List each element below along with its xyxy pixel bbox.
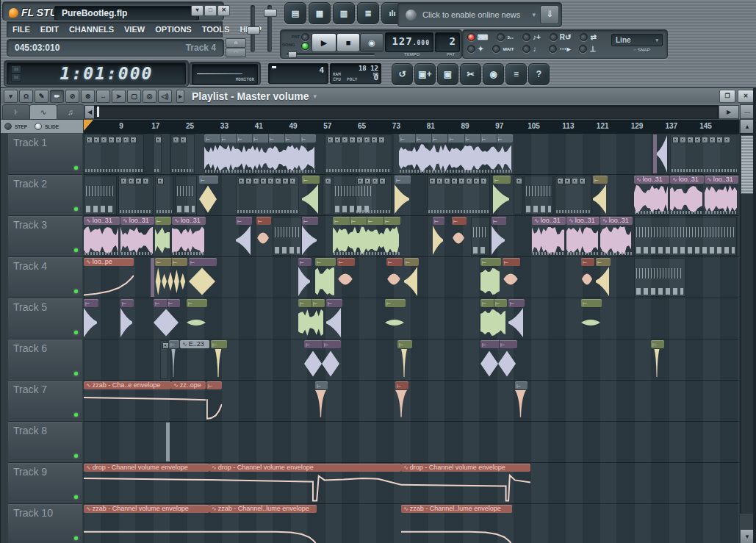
track-led[interactable] [74, 331, 78, 334]
time-mode-bottom[interactable]: 88 [11, 73, 21, 82]
clip-pattern[interactable] [555, 176, 591, 215]
audio-clip-header[interactable]: ⊢ [155, 217, 171, 225]
audio-clip-header[interactable]: ⊢ [581, 258, 594, 266]
track-lane-1[interactable]: ⊢⊢⊢⊢⊢⊢⊢⊢⊢⊢⊢⊢⊢⊢ [84, 134, 739, 175]
audio-clip-header[interactable]: ⊢ [337, 258, 355, 266]
track-header-3[interactable]: Track 3 [8, 216, 82, 257]
save-button[interactable]: ▣ [437, 63, 458, 85]
foot-pedal-toggle[interactable]: ♩ [522, 45, 540, 53]
clip-automation[interactable]: ∿zzab - Cha..e envelope [84, 381, 171, 420]
track-led[interactable] [74, 536, 78, 540]
audio-clip-header[interactable]: ⊢ [480, 258, 501, 266]
audio-clip-header[interactable]: ∿loo..31 [600, 217, 633, 225]
clip-audio[interactable]: ⊢ [581, 258, 594, 297]
audio-clip-header[interactable]: ⊢⊢⊢⊢⊢⊢⊢ [399, 134, 513, 143]
audio-clip-header[interactable]: ⊢ [315, 381, 328, 389]
automation-curve[interactable] [401, 514, 512, 543]
automation-clip-header[interactable]: ∿drop - Channel volume envelope [209, 464, 401, 472]
audio-clip-header[interactable]: ⊢ [199, 176, 218, 184]
clip-audio[interactable]: ⊢⊢ [480, 299, 507, 338]
news-download-button[interactable]: ⇓ [540, 5, 559, 24]
clip-audio[interactable]: ⊢ [315, 381, 328, 420]
automation-clip-header[interactable]: ∿drop - Channel volume envelope [401, 464, 530, 472]
track-header-5[interactable]: Track 5 [8, 298, 82, 339]
clip-audio[interactable]: ∿loo..31 [566, 217, 600, 256]
clip-sliver[interactable] [151, 258, 154, 297]
browser-view-button[interactable]: ≣ [357, 2, 379, 24]
clip-audio[interactable]: ∿loo..31 [120, 217, 154, 256]
clip-audio[interactable]: ∿loo..31 [670, 176, 704, 215]
clip-pattern[interactable] [514, 176, 522, 215]
clip-audio[interactable]: ∿loo..31 [172, 217, 206, 256]
audio-clip-header[interactable]: ⊢ [298, 258, 312, 266]
step-radio[interactable] [4, 123, 12, 130]
audio-clip-header[interactable]: ⊢ [236, 217, 252, 225]
clip-audio[interactable]: ⊢ [433, 217, 444, 256]
clip-audio[interactable]: ⊢ [386, 258, 403, 297]
clip-audio[interactable]: ⊢ [581, 299, 602, 338]
clip-midi[interactable] [175, 176, 197, 215]
audio-clip-header[interactable]: ⊢ [492, 217, 506, 225]
loop-recording-toggle[interactable]: R↺ [550, 33, 572, 41]
automation-clip-header[interactable]: ∿zzab - Channel..lume envelope [401, 505, 512, 513]
shade-button[interactable]: ▾ [191, 5, 204, 16]
clip-audio[interactable]: ⊢ [298, 258, 312, 297]
tab-automation[interactable]: ∿ [29, 104, 57, 120]
zoom-tool[interactable]: ◎ [143, 90, 156, 103]
hscroll-left-button[interactable]: ◀ [84, 105, 95, 119]
slice-tool[interactable]: ➤ [112, 90, 126, 103]
audio-clip-header[interactable]: ⊢ [302, 176, 320, 184]
track-header-2[interactable]: Track 2 [8, 175, 82, 216]
clip-audio[interactable]: ⊢ [169, 340, 179, 379]
stop-button[interactable]: ■ [336, 33, 360, 52]
delete-tool[interactable]: ⊘ [65, 90, 79, 103]
audio-clip-header[interactable]: ⊢ [189, 258, 217, 266]
clip-midi[interactable] [634, 258, 685, 297]
audio-clip-header[interactable]: ⊢⊢ [298, 299, 325, 307]
clip-audio[interactable]: ⊢ [596, 258, 611, 297]
audio-clip-header[interactable]: ∿loo..31 [120, 217, 154, 225]
audio-clip-header[interactable]: ⊢ [326, 299, 342, 307]
auto-scroll-toggle[interactable]: ⋯▸ [549, 45, 570, 53]
track-led[interactable] [74, 454, 78, 458]
audio-clip-header[interactable]: ⊢ [593, 176, 608, 184]
track-header-6[interactable]: Track 6 [8, 339, 82, 381]
clip-audio[interactable]: ⊢⊢⊢⊢ [333, 217, 400, 256]
clip-automation[interactable]: ∿drop - Channel volume envelope [209, 464, 401, 503]
clip-automation[interactable]: ∿drop - Channel volume envelope [84, 464, 209, 503]
track-lane-10[interactable]: ∿zzab - Channel volume envelope∿zzab - C… [84, 504, 739, 543]
playlist-view-button[interactable]: ▤ [284, 2, 306, 24]
main-volume-handle[interactable] [247, 26, 260, 35]
typing-keyboard-to-piano-toggle[interactable]: ⌨ [467, 33, 488, 41]
audio-clip-header[interactable]: ⊢ [596, 258, 611, 266]
audio-clip-header[interactable]: ⊢⊢⊢⊢ [333, 217, 400, 225]
audio-clip-header[interactable]: ⊢ [508, 299, 525, 307]
clip-audio[interactable]: ⊢⊢ [154, 299, 180, 338]
audio-clip-header[interactable]: ⊢ [581, 299, 602, 307]
clip-automation[interactable]: ∿zzab - Channel..lume envelope [401, 505, 512, 543]
vscroll-zoom-button[interactable]: — [740, 104, 755, 119]
clip-automation[interactable]: ∿drop - Channel volume envelope [401, 464, 530, 503]
audio-clip-header[interactable]: ∿loo..31 [172, 217, 206, 225]
blend-recorded-notes-led[interactable] [522, 33, 530, 41]
clip-audio[interactable]: ⊢ [651, 340, 664, 379]
clip-audio[interactable] [657, 134, 669, 173]
audio-clip-header[interactable]: ∿loo..31 [634, 176, 669, 184]
shuffle-slider[interactable] [287, 53, 375, 55]
audio-clip-header[interactable]: ⊢ [515, 381, 528, 389]
clip-pattern[interactable] [118, 176, 154, 215]
track-led[interactable] [74, 413, 78, 417]
track-lane-7[interactable]: ∿zzab - Cha..e envelope∿zz..ope⊢⊢⊢⊢ [84, 381, 739, 422]
clip-audio[interactable]: ⊢ [395, 176, 411, 215]
audio-clip-header[interactable]: ⊢ [385, 299, 406, 307]
save-new-version-button[interactable]: ▣+ [414, 63, 436, 85]
track-lane-2[interactable]: ⊢⊢⊢⊢⊢∿loo..31∿loo..31∿loo..31 [84, 175, 739, 216]
main-pitch-handle[interactable] [264, 9, 277, 17]
clip-audio[interactable]: ∿loo..31 [705, 176, 738, 215]
clip-automation[interactable]: ∿loo..pe [84, 258, 134, 297]
blend-recorded-notes-toggle[interactable]: ♪+ [522, 33, 541, 41]
maximize-button[interactable]: □ [204, 5, 217, 16]
track-led[interactable] [74, 495, 78, 499]
audio-clip-header[interactable]: ∿loo..31 [566, 217, 600, 225]
track-led[interactable] [74, 248, 78, 252]
